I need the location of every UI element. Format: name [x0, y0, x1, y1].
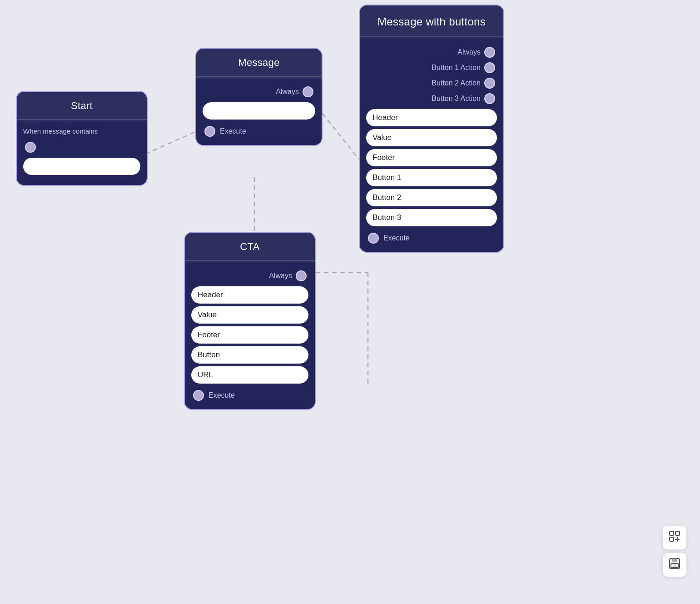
toolbar [663, 526, 686, 577]
message-title: Message [196, 49, 322, 75]
msgbtns-always-label: Always [457, 48, 481, 56]
svg-rect-7 [670, 537, 674, 541]
cta-title: CTA [185, 233, 315, 259]
message-always-label: Always [276, 88, 299, 96]
svg-rect-6 [675, 531, 680, 535]
cta-pill-button[interactable]: Button [191, 346, 308, 364]
node-message: Message Always Execute [195, 48, 323, 146]
cta-always-label: Always [269, 272, 292, 280]
msgbtns-execute-dot[interactable] [368, 233, 379, 244]
msgbtns-pill-btn2[interactable]: Button 2 [366, 189, 497, 206]
msgbtns-always-dot[interactable] [484, 47, 495, 58]
node-cta: CTA Always Header Value Footer Button UR… [184, 232, 316, 410]
msgbtns-btn1-label: Button 1 Action [432, 64, 481, 72]
cta-always-dot[interactable] [296, 270, 307, 281]
msgbtns-pill-btn1[interactable]: Button 1 [366, 169, 497, 186]
msgbtns-btn2-label: Button 2 Action [432, 79, 481, 87]
canvas: Start When message contains Message Alwa… [0, 0, 700, 604]
msgbtns-pill-header[interactable]: Header [366, 109, 497, 126]
msgbtns-title: Message with buttons [360, 5, 503, 35]
start-title: Start [17, 92, 147, 118]
cta-pill-footer[interactable]: Footer [191, 326, 308, 344]
msgbtns-btn1-dot[interactable] [484, 62, 495, 73]
msgbtns-pill-value[interactable]: Value [366, 129, 497, 146]
grid-button[interactable] [663, 526, 686, 549]
cta-pill-header[interactable]: Header [191, 286, 308, 304]
node-message-with-buttons: Message with buttons Always Button 1 Act… [359, 5, 504, 253]
cta-pill-value[interactable]: Value [191, 306, 308, 324]
grid-icon [669, 530, 680, 545]
msgbtns-btn2-dot[interactable] [484, 78, 495, 89]
message-execute-dot[interactable] [204, 126, 215, 137]
msgbtns-execute-label: Execute [383, 234, 410, 242]
save-icon [669, 558, 680, 572]
start-input-pill[interactable] [23, 158, 140, 175]
msgbtns-pill-footer[interactable]: Footer [366, 149, 497, 166]
save-button[interactable] [663, 553, 686, 577]
svg-line-2 [323, 114, 359, 159]
message-always-dot[interactable] [303, 86, 313, 97]
start-body-label: When message contains [23, 127, 140, 135]
cta-execute-dot[interactable] [193, 390, 204, 401]
cta-execute-label: Execute [209, 391, 235, 399]
msgbtns-btn3-label: Button 3 Action [432, 95, 481, 103]
cta-pill-url[interactable]: URL [191, 366, 308, 384]
start-output-dot[interactable] [25, 142, 36, 153]
svg-rect-5 [670, 531, 674, 535]
svg-rect-11 [672, 559, 677, 562]
node-start: Start When message contains [16, 91, 148, 186]
svg-rect-13 [673, 564, 676, 567]
msgbtns-pill-btn3[interactable]: Button 3 [366, 209, 497, 226]
message-execute-label: Execute [220, 127, 246, 135]
msgbtns-btn3-dot[interactable] [484, 93, 495, 104]
message-text-pill[interactable] [203, 102, 315, 120]
